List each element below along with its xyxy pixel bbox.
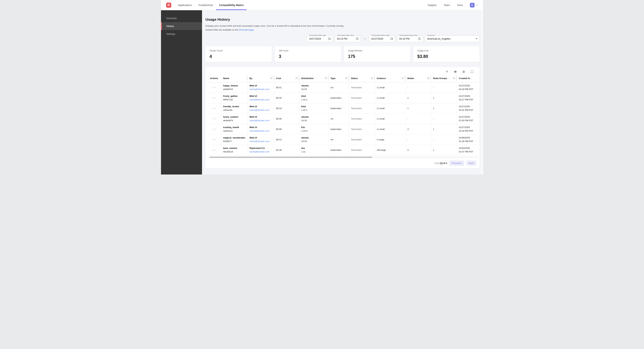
- stat-value: 3: [279, 54, 337, 59]
- nav-link-docs[interactable]: Docs: [457, 3, 463, 6]
- scrollbar-thumb[interactable]: [210, 157, 372, 158]
- sort-icon[interactable]: ↑↓: [337, 77, 338, 79]
- next-page-button[interactable]: Next: [466, 160, 476, 166]
- sort-icon[interactable]: ↑↓: [415, 77, 416, 79]
- tab-label: Applications: [178, 3, 192, 6]
- status-badge: Terminated: [351, 128, 362, 130]
- node-groups-value: 1: [433, 107, 434, 110]
- calendar-icon[interactable]: [328, 37, 331, 40]
- tab-label: Troubleshoot: [198, 3, 213, 6]
- column-header-created-at[interactable]: Created At ↓: [457, 74, 478, 82]
- column-resize-handle-icon[interactable]: [371, 77, 373, 79]
- terminated-after-time-field[interactable]: Terminated after time 03:19 PM: [335, 35, 361, 42]
- clock-icon[interactable]: [356, 37, 359, 40]
- column-resize-handle-icon[interactable]: [325, 77, 327, 79]
- created-time: 01:34 PM PST: [459, 140, 474, 143]
- created-date: 01/27/2025: [459, 84, 470, 87]
- top-nav: R Applications Troubleshoot Compatibilit…: [161, 0, 483, 10]
- created-by-email-link[interactable]: name@domain.com: [250, 88, 270, 91]
- column-label: Distribution: [301, 77, 314, 79]
- page-label: Page: [434, 162, 439, 164]
- tab-troubleshoot[interactable]: Troubleshoot: [195, 0, 216, 10]
- cost-value: $0.00: [276, 97, 282, 99]
- usage-history-table: Actions Name ↑↓ By ↑↓ Cost: [207, 74, 478, 158]
- terminated-before-date-field[interactable]: Terminated before date 01/27/2025: [369, 35, 395, 42]
- previous-page-button[interactable]: Previous: [449, 160, 464, 166]
- sidebar-item-overview[interactable]: Overview: [161, 14, 202, 22]
- sidebar-item-settings[interactable]: Settings: [161, 30, 202, 38]
- terminated-before-time-field[interactable]: Terminated before time 03:19 PM: [397, 35, 423, 42]
- browser-scrollbar-gutter[interactable]: [481, 10, 483, 174]
- column-header-by[interactable]: By ↑↓: [248, 74, 274, 82]
- column-header-distribution[interactable]: Distribution ↑↓: [299, 74, 328, 82]
- sort-icon[interactable]: ↑↓: [282, 77, 283, 79]
- column-header-cost[interactable]: Cost ↑↓: [274, 74, 299, 82]
- column-resize-handle-icon[interactable]: [427, 77, 429, 79]
- actions-cell: [207, 145, 221, 155]
- distribution-name: ubuntu: [301, 84, 309, 87]
- created-by-email-link[interactable]: name@domain.com: [250, 109, 270, 111]
- columns-icon[interactable]: [454, 70, 457, 74]
- created-time: 03:18 PM PST: [459, 88, 474, 91]
- fullscreen-icon[interactable]: [470, 70, 474, 74]
- sort-icon[interactable]: ↑↓: [448, 77, 450, 79]
- created-by-email-link[interactable]: name@domain.com: [250, 130, 270, 132]
- row-actions-menu-icon[interactable]: [212, 107, 216, 110]
- horizontal-scrollbar[interactable]: [207, 157, 478, 158]
- column-header-node-groups[interactable]: Node Groups ↑↓: [431, 74, 457, 82]
- sort-icon[interactable]: ↑↓: [359, 77, 360, 79]
- column-resize-handle-icon[interactable]: [345, 77, 347, 79]
- nav-link-team[interactable]: Team: [444, 3, 450, 6]
- column-header-type[interactable]: Type ↑↓: [328, 74, 349, 82]
- cost-value: $0.51: [276, 138, 282, 141]
- terminated-after-date-field[interactable]: Terminated after date 10/27/2024: [306, 35, 333, 42]
- chevron-down-icon[interactable]: [476, 4, 478, 6]
- column-header-instance[interactable]: Instance ↑↓: [375, 74, 406, 82]
- filter-icon[interactable]: [445, 70, 449, 74]
- row-actions-menu-icon[interactable]: [212, 128, 216, 131]
- nav-link-support[interactable]: Support: [428, 3, 437, 6]
- created-by-email-link[interactable]: name@domain.com: [250, 98, 270, 101]
- column-header-name[interactable]: Name ↑↓: [221, 74, 248, 82]
- distribution-version: 1.32.1: [301, 109, 308, 111]
- column-header-status[interactable]: Status ↑↓: [349, 74, 375, 82]
- column-resize-handle-icon[interactable]: [296, 77, 298, 79]
- column-header-nodes[interactable]: Nodes ↑↓: [406, 74, 431, 82]
- by-cell: Web UI name@domain.com: [248, 93, 274, 103]
- distribution-name: kind: [301, 105, 306, 108]
- created-by-email-link[interactable]: name@domain.com: [250, 140, 270, 143]
- row-actions-menu-icon[interactable]: [212, 97, 216, 99]
- tab-applications[interactable]: Applications: [175, 0, 195, 10]
- column-resize-handle-icon[interactable]: [453, 77, 455, 79]
- timezone-select[interactable]: Timezone America/Los_Angeles: [425, 35, 480, 42]
- sort-icon[interactable]: ↑↓: [315, 77, 316, 79]
- row-actions-menu-icon[interactable]: [212, 138, 216, 141]
- replicated-logo-icon[interactable]: R: [166, 2, 171, 8]
- sort-icon[interactable]: ↑↓: [387, 77, 388, 79]
- row-actions-menu-icon[interactable]: [212, 149, 216, 151]
- created-by-email-link[interactable]: name@domain.com: [250, 151, 270, 153]
- row-actions-menu-icon[interactable]: [212, 117, 216, 120]
- row-actions-menu-icon[interactable]: [212, 86, 216, 89]
- sidebar-item-history[interactable]: History: [161, 22, 202, 30]
- sort-desc-icon[interactable]: ↓: [471, 77, 472, 79]
- column-resize-handle-icon[interactable]: [402, 77, 404, 79]
- type-cell: vm: [328, 82, 349, 93]
- by-cell: Web UI name@domain.com: [248, 82, 274, 93]
- node-groups-cell: 1: [431, 124, 457, 134]
- column-resize-handle-icon[interactable]: [270, 77, 272, 79]
- distribution-name: eks: [301, 147, 305, 150]
- user-avatar[interactable]: K: [470, 3, 475, 7]
- clock-icon[interactable]: [418, 37, 421, 40]
- created-at-cell: 01/27/2025 03:17 PM PST: [457, 93, 478, 103]
- tab-compatibility-matrix[interactable]: Compatibility Matrix: [216, 0, 247, 10]
- created-time: 01:07 PM PST: [459, 151, 474, 153]
- cluster-name: frosty_galileo: [223, 95, 238, 97]
- calendar-icon[interactable]: [390, 37, 393, 40]
- created-by-email-link[interactable]: name@domain.com: [250, 119, 270, 122]
- sort-icon[interactable]: ↑↓: [230, 77, 232, 79]
- sort-icon[interactable]: ↑↓: [254, 77, 255, 79]
- density-icon[interactable]: [462, 70, 466, 74]
- overview-page-link[interactable]: Overview page: [239, 28, 254, 31]
- dropdown-caret-icon[interactable]: [476, 38, 478, 39]
